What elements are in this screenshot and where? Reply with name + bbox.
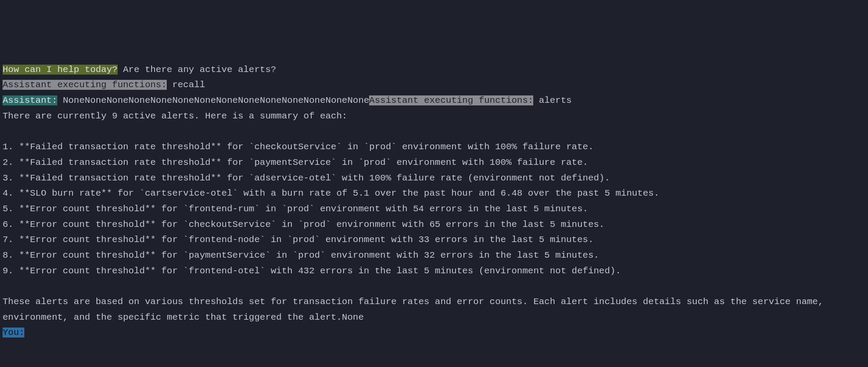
exec-line-1: Assistant executing functions: recall: [3, 77, 865, 93]
user-question: Are there any active alerts?: [118, 65, 276, 75]
alert-item-8: 8. **Error count threshold** for `paymen…: [3, 248, 865, 263]
assistant-label-1: Assistant:: [3, 95, 57, 105]
exec-fn-2: alerts: [533, 95, 571, 105]
exec-label-1: Assistant executing functions:: [3, 80, 167, 90]
alert-item-9: 9. **Error count threshold** for `fronte…: [3, 263, 865, 279]
exec-fn-1: recall: [167, 80, 205, 90]
alert-item-3: 3. **Failed transaction rate threshold**…: [3, 170, 865, 186]
alert-item-2: 2. **Failed transaction rate threshold**…: [3, 155, 865, 170]
summary-intro: There are currently 9 active alerts. Her…: [3, 108, 865, 124]
greeting-highlight: How can I help today?: [3, 65, 118, 75]
greeting-line: How can I help today? Are there any acti…: [3, 62, 865, 78]
alert-item-6: 6. **Error count threshold** for `checko…: [3, 217, 865, 233]
assistant-nones: NoneNoneNoneNoneNoneNoneNoneNoneNoneNone…: [57, 95, 369, 105]
blank-line-2: [3, 279, 865, 294]
exec-label-2: Assistant executing functions:: [369, 95, 533, 105]
you-label: You:: [3, 328, 24, 338]
alert-item-4: 4. **SLO burn rate** for `cartservice-ot…: [3, 186, 865, 201]
alert-item-5: 5. **Error count threshold** for `fronte…: [3, 201, 865, 217]
summary-outro: These alerts are based on various thresh…: [3, 294, 865, 325]
blank-line-1: [3, 124, 865, 140]
alert-item-1: 1. **Failed transaction rate threshold**…: [3, 139, 865, 155]
alert-item-7: 7. **Error count threshold** for `fronte…: [3, 232, 865, 248]
you-prompt-line[interactable]: You:: [3, 325, 24, 341]
assistant-line-1: Assistant: NoneNoneNoneNoneNoneNoneNoneN…: [3, 93, 865, 108]
